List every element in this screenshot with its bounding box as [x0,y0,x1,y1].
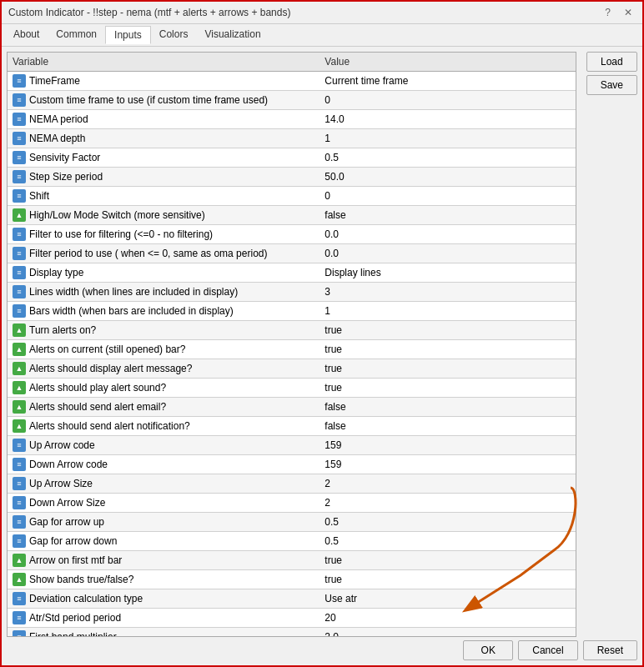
blue-icon: ≡ [13,630,26,637]
table-row[interactable]: ≡TimeFrameCurrent time frame [8,72,576,91]
close-button[interactable]: ✕ [621,7,636,18]
menu-bar: About Common Inputs Colors Visualization [2,24,642,47]
title-bar: Custom Indicator - !!step - nema (mtf + … [2,2,642,24]
variable-value: true [319,570,575,589]
reset-button[interactable]: Reset [583,640,637,660]
table-row[interactable]: ▲High/Low Mode Switch (more sensitive)fa… [8,206,576,225]
table-row[interactable]: ▲Alerts should send alert email?false [8,398,576,417]
table-row[interactable]: ▲Alerts should display alert message?tru… [8,359,576,379]
variable-value: 0 [319,187,575,206]
menu-visualization[interactable]: Visualization [196,26,269,44]
variable-value: 0 [319,91,575,110]
table-row[interactable]: ≡Custom time frame to use (if custom tim… [8,91,576,110]
variable-name: Alerts should send alert email? [29,401,166,413]
variable-value: 0.5 [319,532,575,551]
variable-value: false [319,398,575,417]
table-row[interactable]: ≡Shift0 [8,187,576,206]
variable-name: Filter to use for filtering (<=0 - no fi… [29,228,213,240]
variable-name: Sensivity Factor [29,152,100,163]
table-row[interactable]: ▲Alerts on current (still opened) bar?tr… [8,340,576,359]
table-row[interactable]: ≡Step Size period50.0 [8,168,576,187]
table-row[interactable]: ≡Sensivity Factor0.5 [8,148,576,168]
blue-icon: ≡ [13,285,26,298]
variable-value: 20 [319,609,575,628]
menu-inputs[interactable]: Inputs [105,26,151,44]
table-row[interactable]: ▲Turn alerts on?true [8,321,576,340]
variable-name: Down Arrow Size [29,497,105,509]
help-button[interactable]: ? [601,7,614,18]
variable-name: Deviation calculation type [29,593,143,604]
variable-value: true [319,340,575,359]
inputs-table-container[interactable]: Variable Value ≡TimeFrameCurrent time fr… [7,52,576,637]
variable-value: true [319,359,575,379]
variable-value: 159 [319,455,575,474]
table-row[interactable]: ≡Down Arrow code159 [8,455,576,474]
variable-value: 2 [319,494,575,513]
table-row[interactable]: ≡NEMA depth1 [8,129,576,148]
table-row[interactable]: ≡Display typeDisplay lines [8,263,576,283]
blue-icon: ≡ [13,304,26,318]
window-title: Custom Indicator - !!step - nema (mtf + … [8,7,290,18]
table-row[interactable]: ≡Bars width (when bars are included in d… [8,302,576,321]
table-row[interactable]: ≡Filter period to use ( when <= 0, same … [8,244,576,263]
ok-button[interactable]: OK [463,640,513,660]
variable-name: Alerts should send alert notification? [29,420,190,432]
save-button[interactable]: Save [586,75,637,95]
table-row[interactable]: ≡Lines width (when lines are included in… [8,283,576,302]
variable-name: TimeFrame [29,75,80,87]
variable-name: Custom time frame to use (if custom time… [29,94,268,106]
title-controls: ? ✕ [601,7,636,18]
col-header-value: Value [319,53,575,72]
table-row[interactable]: ≡NEMA period14.0 [8,110,576,129]
menu-colors[interactable]: Colors [151,26,197,44]
variable-value: 0.0 [319,225,575,244]
menu-about[interactable]: About [5,26,48,44]
table-row[interactable]: ≡Gap for arrow down0.5 [8,532,576,551]
variable-value: 0.0 [319,244,575,263]
variable-name: Gap for arrow down [29,535,117,547]
cancel-button[interactable]: Cancel [518,640,577,660]
green-icon: ▲ [13,400,26,414]
blue-icon: ≡ [13,439,26,452]
table-row[interactable]: ▲Arrow on first mtf bartrue [8,551,576,570]
table-row[interactable]: ≡Up Arrow code159 [8,436,576,455]
variable-value: true [319,551,575,570]
menu-common[interactable]: Common [48,26,105,44]
green-icon: ▲ [13,208,26,222]
blue-icon: ≡ [13,592,26,605]
blue-icon: ≡ [13,496,26,509]
green-icon: ▲ [13,381,26,394]
table-row[interactable]: ▲Alerts should send alert notification?f… [8,417,576,436]
blue-icon: ≡ [13,74,26,88]
variable-name: Step Size period [29,171,103,183]
blue-icon: ≡ [13,113,26,126]
variable-name: First band multiplier [29,631,117,637]
blue-icon: ≡ [13,611,26,624]
variable-name: Gap for arrow up [29,516,104,528]
variable-name: NEMA depth [29,133,85,144]
blue-icon: ≡ [13,189,26,203]
green-icon: ▲ [13,573,26,586]
variable-name: Filter period to use ( when <= 0, same a… [29,248,267,259]
bottom-row: OK Cancel Reset [7,640,637,660]
table-row[interactable]: ≡Filter to use for filtering (<=0 - no f… [8,225,576,244]
variable-name: High/Low Mode Switch (more sensitive) [29,209,205,221]
variable-name: Up Arrow code [29,439,95,451]
main-content: Variable Value ≡TimeFrameCurrent time fr… [2,47,642,665]
variable-value: false [319,206,575,225]
variable-value: Current time frame [319,72,575,91]
table-row[interactable]: ≡Atr/Std period period20 [8,609,576,628]
variable-name: Alerts on current (still opened) bar? [29,344,185,355]
load-button[interactable]: Load [586,52,637,72]
table-row[interactable]: ≡Down Arrow Size2 [8,494,576,513]
variable-name: Arrow on first mtf bar [29,554,122,566]
table-row[interactable]: ≡First band multiplier2.0 [8,628,576,638]
table-row[interactable]: ≡Deviation calculation typeUse atr [8,589,576,609]
blue-icon: ≡ [13,228,26,241]
table-row[interactable]: ≡Up Arrow Size2 [8,474,576,494]
variable-name: Display type [29,267,83,278]
variable-name: Atr/Std period period [29,612,121,624]
table-row[interactable]: ▲Show bands true/false?true [8,570,576,589]
table-row[interactable]: ≡Gap for arrow up0.5 [8,513,576,532]
table-row[interactable]: ▲Alerts should play alert sound?true [8,379,576,398]
